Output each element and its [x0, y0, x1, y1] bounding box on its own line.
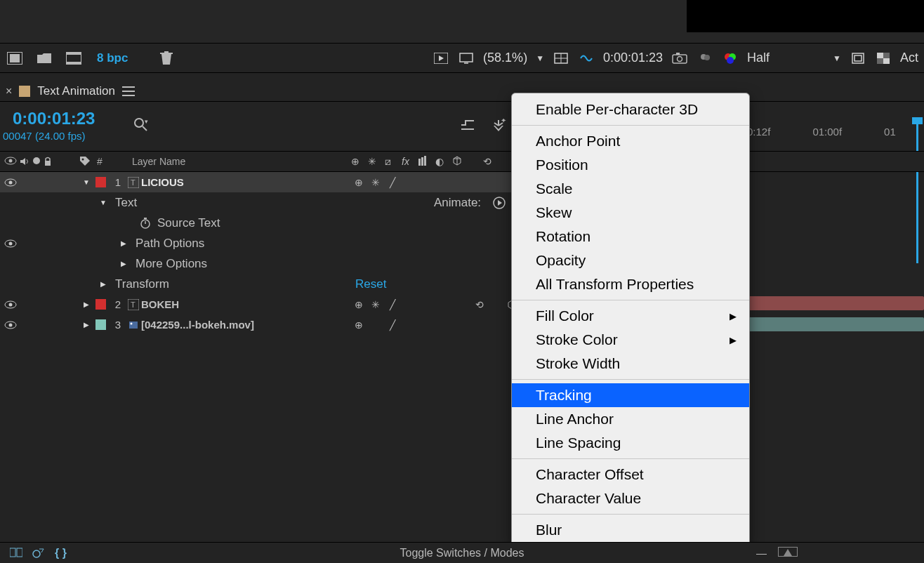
twirl-down-icon[interactable]: ▼ [81, 178, 91, 186]
text-group-row[interactable]: ▼ Text Animate: [0, 192, 511, 213]
lock-column-icon[interactable] [44, 157, 52, 166]
3d-column-icon[interactable] [452, 156, 465, 168]
mask-toggle-icon[interactable] [578, 51, 595, 66]
folder-icon[interactable] [35, 51, 53, 66]
collapse-switch[interactable]: ✳ [369, 298, 382, 311]
composition-icon[interactable] [6, 51, 24, 66]
menu-item-anchor-point[interactable]: Anchor Point [512, 129, 749, 153]
transform-row[interactable]: ▶ Transform Reset [0, 274, 511, 294]
twirl-right-icon[interactable]: ▶ [98, 280, 108, 288]
render-queue-icon[interactable]: ✦ [491, 119, 506, 134]
quality-switch[interactable]: ╱ [386, 298, 399, 311]
menu-item-all-transform[interactable]: All Transform Properties [512, 272, 749, 296]
menu-item-opacity[interactable]: Opacity [512, 249, 749, 272]
shy-switch[interactable]: ⊕ [352, 298, 365, 311]
layer-name[interactable]: LICIOUS [141, 176, 184, 188]
collapse-switch[interactable]: ✳ [369, 176, 382, 189]
layer-color-chip[interactable] [95, 319, 106, 330]
twirl-right-icon[interactable]: ▶ [81, 321, 91, 329]
graph-editor-icon[interactable] [460, 119, 475, 134]
layer-row[interactable]: ▼ 1 T LICIOUS ⊕ ✳ ╱ [0, 172, 511, 192]
menu-item-blur[interactable]: Blur [512, 518, 749, 542]
menu-item-character-offset[interactable]: Character Offset [512, 463, 749, 486]
timeline-ruler[interactable]: 0:12f 01:00f 01 [747, 126, 924, 143]
twirl-down-icon[interactable]: ▼ [98, 199, 108, 206]
stopwatch-icon[interactable] [139, 217, 152, 230]
monitor-icon[interactable] [458, 51, 475, 66]
visibility-column-icon[interactable] [4, 157, 17, 166]
visibility-toggle[interactable] [0, 321, 21, 329]
region-icon[interactable] [850, 51, 866, 66]
tab-title[interactable]: Text Animation [37, 84, 115, 98]
menu-item-skew[interactable]: Skew [512, 201, 749, 225]
layer-bar[interactable] [747, 296, 924, 310]
quality-switch[interactable]: ╱ [386, 176, 399, 189]
search-icon[interactable]: ▾ [133, 117, 149, 133]
menu-item-line-spacing[interactable]: Line Spacing [512, 431, 749, 455]
menu-item-character-value[interactable]: Character Value [512, 486, 749, 510]
zoom-out-icon[interactable]: — [756, 547, 767, 559]
shy-column-icon[interactable]: ⊕ [351, 156, 364, 168]
motion-blur-switch[interactable]: ⟲ [473, 298, 486, 311]
layer-bar[interactable] [747, 317, 924, 331]
motion-blur-column-icon[interactable] [418, 156, 431, 168]
transparency-grid-icon[interactable] [875, 51, 892, 66]
menu-item-fill-color[interactable]: Fill Color [512, 304, 749, 328]
label-column-icon[interactable] [79, 156, 91, 167]
visibility-toggle[interactable] [0, 300, 21, 309]
current-time-indicator[interactable] [916, 123, 918, 263]
audio-column-icon[interactable] [20, 157, 29, 166]
effects-column-icon[interactable]: ✳ [368, 156, 381, 168]
bpc-button[interactable]: 8 bpc [97, 51, 128, 65]
layer-name[interactable]: BOKEH [141, 298, 179, 310]
active-camera-label[interactable]: Act [900, 51, 918, 65]
shy-switch[interactable]: ⊕ [352, 319, 365, 331]
trash-icon[interactable] [157, 51, 176, 66]
layer-name[interactable]: [042259...l-bokeh.mov] [141, 319, 254, 331]
menu-item-stroke-color[interactable]: Stroke Color [512, 328, 749, 352]
resolution-dropdown[interactable]: Half [747, 51, 824, 65]
zoom-slider-icon[interactable] [778, 547, 798, 557]
frame-blend-column-icon[interactable]: ⧄ [385, 156, 397, 168]
menu-item-scale[interactable]: Scale [512, 177, 749, 201]
current-time-display[interactable]: 0:00:01:23 [13, 109, 95, 128]
parent-column-icon[interactable]: ⟲ [483, 156, 496, 168]
layer-row[interactable]: ▶ 2 T BOKEH ⊕ ✳ ╱ ⟲ [0, 294, 511, 314]
color-management-icon[interactable] [722, 51, 739, 66]
twirl-right-icon[interactable]: ▶ [81, 300, 91, 308]
reset-button[interactable]: Reset [355, 277, 386, 291]
menu-item-rotation[interactable]: Rotation [512, 225, 749, 249]
channels-icon[interactable] [697, 51, 713, 66]
menu-item-stroke-width[interactable]: Stroke Width [512, 352, 749, 376]
path-options-row[interactable]: ▶ Path Options [0, 233, 511, 253]
adjustment-layer-icon[interactable] [65, 51, 83, 66]
close-tab-button[interactable]: × [6, 85, 12, 98]
layer-color-chip[interactable] [95, 299, 106, 310]
zoom-percentage[interactable]: (58.1%) [483, 51, 527, 65]
source-text-row[interactable]: Source Text [0, 213, 511, 233]
layer-row[interactable]: ▶ 3 [042259...l-bokeh.mov] ⊕ ╱ [0, 314, 511, 335]
preview-play-icon[interactable] [433, 51, 449, 66]
zoom-dropdown-icon[interactable]: ▼ [536, 53, 544, 63]
visibility-toggle[interactable] [0, 178, 21, 187]
fx-column-icon[interactable]: fx [402, 156, 414, 168]
twirl-right-icon[interactable]: ▶ [119, 239, 128, 247]
visibility-toggle[interactable] [0, 239, 21, 248]
menu-item-per-char-3d[interactable]: Enable Per-character 3D [512, 98, 749, 121]
animate-menu-button[interactable] [493, 197, 506, 209]
resolution-grid-icon[interactable] [553, 51, 569, 66]
adjustment-column-icon[interactable]: ◐ [435, 156, 448, 168]
menu-item-position[interactable]: Position [512, 153, 749, 177]
layer-color-chip[interactable] [95, 177, 106, 187]
snapshot-icon[interactable] [671, 51, 688, 66]
solo-column-icon[interactable] [32, 157, 41, 166]
shy-switch[interactable]: ⊕ [352, 176, 365, 189]
more-options-row[interactable]: ▶ More Options [0, 253, 511, 274]
resolution-dropdown-icon[interactable]: ▼ [833, 53, 841, 63]
tab-menu-icon[interactable] [122, 86, 135, 96]
twirl-right-icon[interactable]: ▶ [119, 260, 128, 267]
menu-item-tracking[interactable]: Tracking [512, 383, 749, 407]
menu-item-line-anchor[interactable]: Line Anchor [512, 407, 749, 431]
viewer-timecode[interactable]: 0:00:01:23 [603, 51, 663, 65]
quality-switch[interactable]: ╱ [386, 319, 399, 331]
